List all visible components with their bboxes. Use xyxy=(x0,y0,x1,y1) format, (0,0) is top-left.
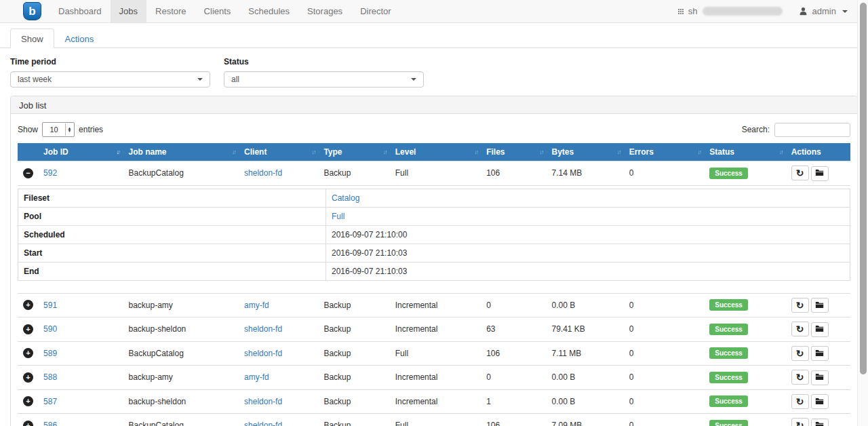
restore-job-button[interactable] xyxy=(811,346,829,361)
scrollbar-thumb[interactable] xyxy=(860,3,867,374)
restart-job-button[interactable]: ↻ xyxy=(791,166,809,180)
nav-item-clients[interactable]: Clients xyxy=(195,0,240,22)
sort-arrows-icon: ↓↑ xyxy=(617,149,620,155)
restart-job-button[interactable]: ↻ xyxy=(791,298,809,313)
detail-value: 2016-09-07 21:10:00 xyxy=(326,225,850,244)
nav-item-dashboard[interactable]: Dashboard xyxy=(50,0,111,22)
detail-label: Scheduled xyxy=(18,225,326,244)
search-label: Search: xyxy=(742,125,770,134)
sort-arrows-icon: ↓↑ xyxy=(383,149,387,155)
sort-arrows-icon: ↓↑ xyxy=(540,149,543,155)
client-link[interactable]: sheldon-fd xyxy=(244,168,282,178)
job-level-cell: Incremental xyxy=(390,389,481,414)
col-header-job-id[interactable]: Job ID↓↑ xyxy=(38,143,123,161)
restart-job-button[interactable]: ↻ xyxy=(791,418,809,426)
filters-row: Time period last week Status all xyxy=(0,48,868,88)
job-row: +589BackupCatalogsheldon-fdBackupFull106… xyxy=(18,341,850,366)
col-header-client[interactable]: Client↓↑ xyxy=(239,143,318,161)
restart-job-button[interactable]: ↻ xyxy=(791,322,809,336)
job-id-link[interactable]: 590 xyxy=(43,324,57,334)
chevron-down-icon[interactable] xyxy=(842,10,848,13)
col-header-files[interactable]: Files↓↑ xyxy=(481,143,546,161)
nav-item-schedules[interactable]: Schedules xyxy=(239,0,298,22)
folder-icon xyxy=(815,349,824,359)
col-header-bytes[interactable]: Bytes↓↑ xyxy=(547,143,624,161)
navbar-right: sh admin xyxy=(678,0,868,22)
job-files-cell: 106 xyxy=(481,414,546,426)
job-bytes-cell: 79.41 KB xyxy=(547,317,624,342)
collapse-row-button[interactable]: − xyxy=(23,168,33,178)
expand-row-button[interactable]: + xyxy=(23,300,33,310)
job-bytes-cell: 7.09 MB xyxy=(547,414,624,426)
client-link[interactable]: amy-fd xyxy=(244,372,269,382)
job-id-link[interactable]: 591 xyxy=(43,301,57,310)
status-label: Status xyxy=(224,57,424,66)
status-badge: Success xyxy=(709,395,748,407)
restart-job-button[interactable]: ↻ xyxy=(791,346,809,361)
col-header-level[interactable]: Level↓↑ xyxy=(390,143,481,161)
client-link[interactable]: sheldon-fd xyxy=(244,349,282,358)
job-name-cell: backup-amy xyxy=(123,366,239,390)
nav-item-jobs[interactable]: Jobs xyxy=(111,0,146,22)
detail-value-link[interactable]: Full xyxy=(332,212,344,221)
app-logo[interactable]: b xyxy=(23,2,41,20)
nav-item-storages[interactable]: Storages xyxy=(298,0,351,22)
nav-item-director[interactable]: Director xyxy=(351,0,400,22)
col-header-type[interactable]: Type↓↑ xyxy=(318,143,389,161)
detail-value-link[interactable]: Catalog xyxy=(332,193,359,203)
expand-row-button[interactable]: + xyxy=(23,421,33,426)
job-id-link[interactable]: 588 xyxy=(43,372,57,382)
restore-job-button[interactable] xyxy=(811,419,829,426)
client-link[interactable]: sheldon-fd xyxy=(244,421,282,426)
sort-arrows-icon: ↓↑ xyxy=(311,149,315,155)
col-header-job-name[interactable]: Job name↓↑ xyxy=(123,143,239,161)
job-detail-table: FilesetCatalogPoolFullScheduled2016-09-0… xyxy=(18,189,850,281)
job-bytes-cell: 0.00 B xyxy=(547,293,624,317)
job-id-link[interactable]: 589 xyxy=(43,349,57,358)
client-link[interactable]: sheldon-fd xyxy=(244,324,282,334)
restore-job-button[interactable] xyxy=(811,322,829,337)
page-length-control: Show 10 ▲▼ entries xyxy=(18,122,103,137)
client-link[interactable]: amy-fd xyxy=(244,301,269,310)
job-id-link[interactable]: 587 xyxy=(43,397,57,406)
restart-icon: ↻ xyxy=(796,301,804,310)
job-name-cell: backup-sheldon xyxy=(123,389,239,414)
col-header-status[interactable]: Status↓↑ xyxy=(704,143,785,161)
time-period-select[interactable]: last week xyxy=(10,71,210,88)
col-header-errors[interactable]: Errors↓↑ xyxy=(624,143,704,161)
job-id-link[interactable]: 586 xyxy=(43,421,57,426)
job-name-cell: BackupCatalog xyxy=(123,414,239,426)
detail-row: Scheduled2016-09-07 21:10:00 xyxy=(18,225,850,244)
tab-show[interactable]: Show xyxy=(10,28,54,48)
job-level-cell: Incremental xyxy=(390,317,481,342)
restore-job-button[interactable] xyxy=(811,166,829,181)
restart-icon: ↻ xyxy=(796,168,804,178)
restart-job-button[interactable]: ↻ xyxy=(791,394,809,409)
user-menu[interactable]: admin xyxy=(812,6,836,16)
status-select[interactable]: all xyxy=(224,71,424,88)
restart-job-button[interactable]: ↻ xyxy=(791,370,809,385)
expand-row-button[interactable]: + xyxy=(23,396,33,406)
apps-grid-icon[interactable] xyxy=(678,9,684,14)
expand-row-button[interactable]: + xyxy=(23,372,33,383)
expand-row-button[interactable]: + xyxy=(23,348,33,358)
restart-icon: ↻ xyxy=(796,324,804,334)
expand-row-button[interactable]: + xyxy=(23,324,33,334)
restore-job-button[interactable] xyxy=(811,394,829,409)
job-type-cell: Backup xyxy=(318,293,389,317)
page-length-select[interactable]: 10 ▲▼ xyxy=(42,122,75,137)
job-type-cell: Backup xyxy=(318,161,389,186)
client-link[interactable]: sheldon-fd xyxy=(244,397,282,406)
job-type-cell: Backup xyxy=(318,414,389,426)
restore-job-button[interactable] xyxy=(811,298,829,313)
status-badge: Success xyxy=(709,299,748,311)
vertical-scrollbar[interactable] xyxy=(857,0,868,426)
tab-actions[interactable]: Actions xyxy=(54,28,105,47)
nav-item-restore[interactable]: Restore xyxy=(146,0,195,22)
restore-job-button[interactable] xyxy=(811,370,829,385)
job-id-link[interactable]: 592 xyxy=(43,168,57,178)
organization-prefix: sh xyxy=(688,6,698,16)
search-input[interactable] xyxy=(774,123,850,137)
job-row: +591backup-amyamy-fdBackupIncremental00.… xyxy=(18,293,850,317)
job-name-cell: backup-amy xyxy=(123,293,239,317)
